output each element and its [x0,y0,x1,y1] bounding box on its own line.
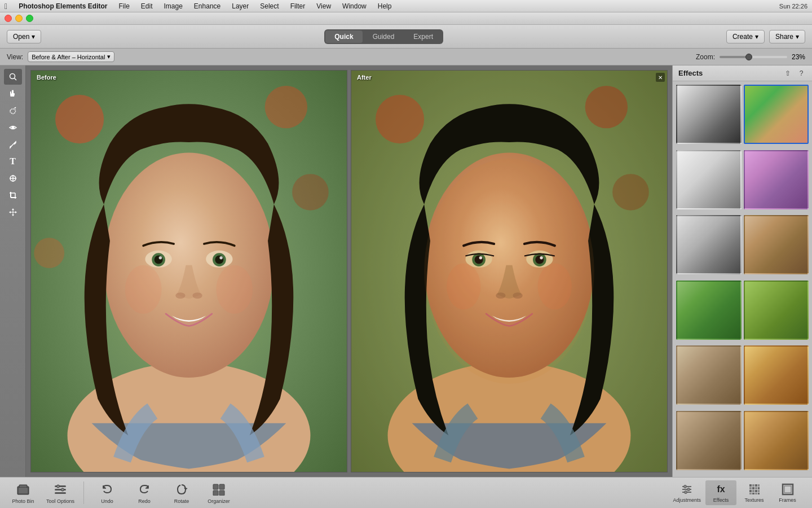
svg-rect-77 [752,487,754,489]
create-label: Create [732,33,753,41]
svg-point-34 [585,86,628,128]
adjustments-icon [680,483,694,496]
effects-help-icon[interactable]: ? [796,68,806,78]
redo-label: Redo [138,498,151,504]
menu-image[interactable]: Image [160,1,187,11]
redo-button[interactable]: Redo [130,481,158,504]
effect-gray2[interactable] [676,215,742,274]
svg-point-0 [10,74,15,79]
tab-expert[interactable]: Expert [404,30,442,43]
open-label: Open [13,33,29,41]
close-after-panel-button[interactable]: ✕ [656,73,665,82]
effect-bw-portrait[interactable] [676,85,742,144]
effects-title: Effects [678,69,703,77]
svg-rect-76 [749,487,752,489]
svg-rect-63 [219,484,224,489]
svg-point-15 [292,174,329,211]
crop-tool[interactable] [4,187,22,203]
svg-rect-64 [213,491,218,496]
textures-tool[interactable]: Textures [739,480,770,505]
share-arrow-icon: ▾ [796,33,799,41]
menu-edit[interactable]: Edit [136,1,157,11]
effects-panel: Effects ⇧ ? [672,65,812,477]
effect-color-portrait[interactable] [744,85,809,144]
close-window-button[interactable] [5,15,12,22]
undo-button[interactable]: Undo [93,481,121,504]
svg-point-33 [376,95,424,143]
menu-app-name[interactable]: Photoshop Elements Editor [14,1,112,11]
frames-icon [781,483,795,496]
effect-green2[interactable] [744,281,809,340]
menu-select[interactable]: Select [255,1,283,11]
adjustments-label: Adjustments [673,497,701,503]
svg-rect-65 [219,491,224,496]
svg-rect-78 [755,487,757,489]
effect-warm2[interactable] [744,411,809,470]
svg-point-69 [684,485,687,488]
svg-point-24 [215,255,223,264]
quick-select-tool[interactable] [4,103,22,119]
frames-tool[interactable]: Frames [772,480,803,505]
svg-rect-75 [758,484,760,487]
menu-view[interactable]: View [312,1,336,11]
main-content: T Before [0,65,812,477]
effect-vintage1[interactable] [676,345,742,405]
effect-green1[interactable] [676,281,742,340]
menu-enhance[interactable]: Enhance [189,1,225,11]
effect-vintage2[interactable] [676,411,742,470]
tab-quick[interactable]: Quick [325,30,362,43]
textures-label: Textures [744,497,764,503]
share-label: Share [775,33,793,41]
brush-tool[interactable] [4,137,22,152]
left-toolbar: T [0,65,26,477]
red-eye-tool[interactable] [4,120,22,135]
rotate-label: Rotate [174,498,189,504]
minimize-window-button[interactable] [15,15,23,22]
create-button[interactable]: Create ▾ [726,30,765,43]
view-label: View: [7,53,23,61]
textures-icon [748,483,761,496]
tool-options-button[interactable]: Tool Options [46,481,74,504]
zoom-slider[interactable] [720,56,787,58]
svg-point-70 [687,488,690,491]
bottom-bar: Photo Bin Tool Options Undo [0,477,812,508]
effect-sepia[interactable] [744,215,809,274]
heal-tool[interactable] [4,170,22,186]
view-dropdown-arrow: ▾ [107,53,111,60]
frames-label: Frames [779,497,796,503]
open-button[interactable]: Open ▾ [7,30,41,43]
effects-tool[interactable]: fx Effects [705,480,736,505]
hand-tool[interactable] [4,86,22,102]
adjustments-tool[interactable]: Adjustments [670,480,703,505]
effect-warm1[interactable] [744,345,809,405]
share-button[interactable]: Share ▾ [769,30,805,43]
rotate-button[interactable]: Rotate [167,481,196,504]
close-icon: ✕ [658,75,663,81]
before-portrait [31,71,347,472]
organizer-button[interactable]: Organizer [205,481,233,504]
svg-rect-53 [19,488,28,493]
menu-layer[interactable]: Layer [227,1,253,11]
separator-1 [83,481,84,504]
bottom-right-tools: Adjustments fx Effects [670,480,803,505]
zoom-slider-thumb[interactable] [745,54,752,60]
effect-sketch[interactable] [676,150,742,209]
zoom-tool[interactable] [4,69,22,85]
zoom-percent: 23% [792,53,805,61]
effect-watercolor[interactable] [744,150,809,209]
view-dropdown[interactable]: Before & After – Horizontal ▾ [28,51,114,62]
menu-help[interactable]: Help [373,1,396,11]
effects-fx-icon: fx [714,483,728,496]
canvas-area: Before [26,65,672,477]
move-tool[interactable] [4,204,22,220]
menu-filter[interactable]: Filter [286,1,310,11]
before-after-container: Before [30,70,668,472]
photo-bin-button[interactable]: Photo Bin [9,481,37,504]
tab-guided[interactable]: Guided [364,30,404,43]
maximize-window-button[interactable] [26,15,33,22]
text-tool[interactable]: T [4,154,22,169]
before-panel: Before [30,70,347,472]
menu-window[interactable]: Window [338,1,371,11]
effects-upload-icon[interactable]: ⇧ [783,68,793,78]
menu-file[interactable]: File [114,1,134,11]
